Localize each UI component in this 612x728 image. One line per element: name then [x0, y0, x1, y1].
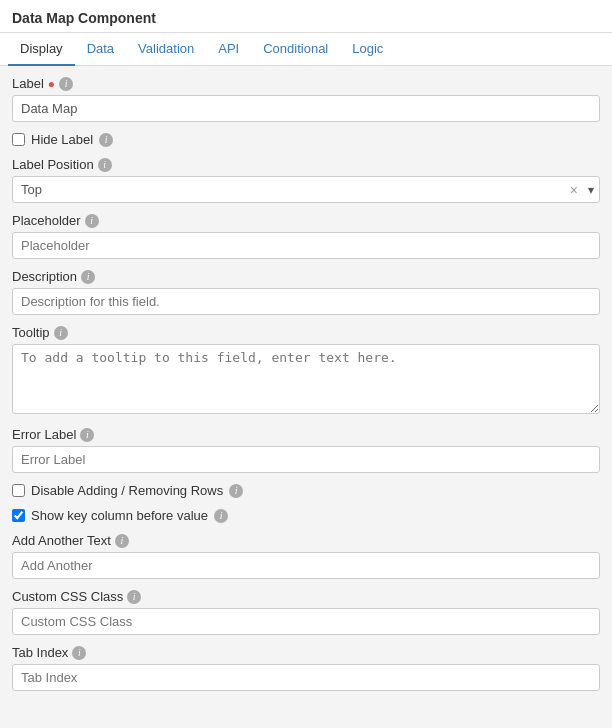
window-title: Data Map Component	[0, 0, 612, 33]
disable-adding-removing-checkbox[interactable]	[12, 484, 25, 497]
label-field-label: Label	[12, 76, 44, 91]
description-label: Description	[12, 269, 77, 284]
hide-label-help-icon[interactable]: i	[99, 133, 113, 147]
placeholder-group: Placeholder i	[12, 213, 600, 259]
tooltip-label: Tooltip	[12, 325, 50, 340]
custom-css-class-help-icon[interactable]: i	[127, 590, 141, 604]
label-help-icon[interactable]: i	[59, 77, 73, 91]
add-another-text-input[interactable]	[12, 552, 600, 579]
tab-display[interactable]: Display	[8, 33, 75, 66]
add-another-text-help-icon[interactable]: i	[115, 534, 129, 548]
label-position-select[interactable]: Top Left Right Bottom	[12, 176, 600, 203]
description-group: Description i	[12, 269, 600, 315]
label-input[interactable]	[12, 95, 600, 122]
placeholder-label: Placeholder	[12, 213, 81, 228]
custom-css-class-group: Custom CSS Class i	[12, 589, 600, 635]
tab-index-label: Tab Index	[12, 645, 68, 660]
add-another-text-group: Add Another Text i	[12, 533, 600, 579]
hide-label-label: Hide Label	[31, 132, 93, 147]
tooltip-group: Tooltip i	[12, 325, 600, 417]
hide-label-group: Hide Label i	[12, 132, 600, 147]
tooltip-input[interactable]	[12, 344, 600, 414]
label-position-group: Label Position i Top Left Right Bottom ×…	[12, 157, 600, 203]
tab-index-input[interactable]	[12, 664, 600, 691]
add-another-text-label: Add Another Text	[12, 533, 111, 548]
tab-conditional[interactable]: Conditional	[251, 33, 340, 66]
show-key-help-icon[interactable]: i	[214, 509, 228, 523]
label-position-label: Label Position	[12, 157, 94, 172]
label-group: Label ● i	[12, 76, 600, 122]
error-label-help-icon[interactable]: i	[80, 428, 94, 442]
disable-rows-help-icon[interactable]: i	[229, 484, 243, 498]
tooltip-help-icon[interactable]: i	[54, 326, 68, 340]
description-input[interactable]	[12, 288, 600, 315]
tab-validation[interactable]: Validation	[126, 33, 206, 66]
error-label-label: Error Label	[12, 427, 76, 442]
custom-css-class-label: Custom CSS Class	[12, 589, 123, 604]
custom-css-class-input[interactable]	[12, 608, 600, 635]
tab-data[interactable]: Data	[75, 33, 126, 66]
placeholder-input[interactable]	[12, 232, 600, 259]
tab-logic[interactable]: Logic	[340, 33, 395, 66]
show-key-column-group: Show key column before value i	[12, 508, 600, 523]
error-label-group: Error Label i	[12, 427, 600, 473]
description-help-icon[interactable]: i	[81, 270, 95, 284]
hide-label-checkbox[interactable]	[12, 133, 25, 146]
tabs-bar: Display Data Validation API Conditional …	[0, 33, 612, 66]
disable-adding-removing-group: Disable Adding / Removing Rows i	[12, 483, 600, 498]
show-key-column-checkbox[interactable]	[12, 509, 25, 522]
show-key-column-label: Show key column before value	[31, 508, 208, 523]
tab-index-help-icon[interactable]: i	[72, 646, 86, 660]
disable-adding-removing-label: Disable Adding / Removing Rows	[31, 483, 223, 498]
label-required-star: ●	[48, 77, 55, 91]
select-clear-icon[interactable]: ×	[570, 182, 578, 198]
tab-api[interactable]: API	[206, 33, 251, 66]
placeholder-help-icon[interactable]: i	[85, 214, 99, 228]
error-label-input[interactable]	[12, 446, 600, 473]
label-position-help-icon[interactable]: i	[98, 158, 112, 172]
tab-index-group: Tab Index i	[12, 645, 600, 691]
